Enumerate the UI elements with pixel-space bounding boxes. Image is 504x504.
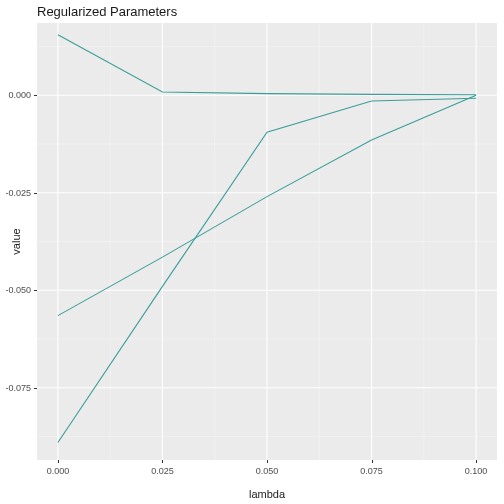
- plot-panel: [37, 23, 497, 460]
- y-tick-mark: [34, 388, 37, 389]
- x-tick-mark: [162, 460, 163, 463]
- x-tick-label: 0.075: [360, 466, 383, 476]
- x-tick-mark: [372, 460, 373, 463]
- chart-title: Regularized Parameters: [37, 4, 177, 19]
- y-tick-label: 0.000: [3, 90, 31, 100]
- y-tick-mark: [34, 193, 37, 194]
- x-tick-label: 0.100: [465, 466, 488, 476]
- y-tick-mark: [34, 95, 37, 96]
- y-tick-mark: [34, 290, 37, 291]
- x-tick-label: 0.000: [47, 466, 70, 476]
- x-tick-label: 0.025: [151, 466, 174, 476]
- chart-figure: Regularized Parameters lambda value 0.00…: [0, 0, 504, 504]
- x-axis-title: lambda: [37, 488, 497, 500]
- y-tick-label: -0.025: [3, 188, 31, 198]
- x-tick-mark: [58, 460, 59, 463]
- plot-svg: [37, 23, 497, 460]
- y-tick-label: -0.050: [3, 285, 31, 295]
- y-tick-label: -0.075: [3, 383, 31, 393]
- x-tick-mark: [476, 460, 477, 463]
- y-axis-title: value: [10, 23, 22, 460]
- x-tick-mark: [267, 460, 268, 463]
- x-tick-label: 0.050: [256, 466, 279, 476]
